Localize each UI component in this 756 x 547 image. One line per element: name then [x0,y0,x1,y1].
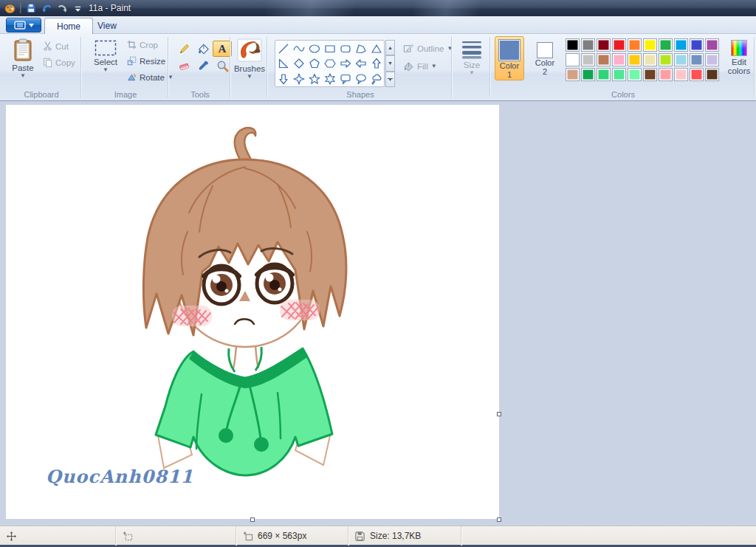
crop-button[interactable]: Crop [127,40,158,49]
select-button[interactable]: Select ▼ [89,40,123,72]
palette-swatch[interactable] [566,68,580,81]
canvas-resize-handle-corner[interactable] [497,517,501,522]
palette-swatch[interactable] [597,68,611,81]
shape-six-point-star-icon[interactable] [323,72,338,87]
palette-swatch[interactable] [705,38,719,52]
resize-button[interactable]: Resize [127,56,165,66]
palette-swatch[interactable] [690,68,704,81]
palette-swatch[interactable] [643,53,657,66]
shape-up-arrow-icon[interactable] [369,56,385,72]
group-label-clipboard: Clipboard [1,90,81,99]
palette-swatch[interactable] [628,53,642,66]
palette-swatch[interactable] [566,38,580,52]
shape-rectangle-icon[interactable] [323,41,338,57]
shape-polygon-icon[interactable] [354,41,369,57]
cut-button[interactable]: Cut [43,41,69,51]
palette-swatch[interactable] [612,68,626,81]
line-size-icon [461,40,482,59]
shape-right-triangle-icon[interactable] [276,56,292,72]
rotate-button[interactable]: Rotate ▼ [127,72,173,82]
save-button[interactable] [24,1,38,15]
palette-swatch[interactable] [612,38,626,52]
shape-down-arrow-icon[interactable] [276,72,292,87]
canvas-resize-handle-bottom[interactable] [250,517,255,522]
palette-swatch[interactable] [659,53,673,66]
undo-button[interactable] [40,1,53,15]
shape-rounded-rectangle-icon[interactable] [338,41,354,57]
shapes-scroll-up-button[interactable]: ▲ [385,40,395,55]
palette-swatch[interactable] [705,68,719,81]
palette-swatch[interactable] [581,68,595,81]
shape-oval-icon[interactable] [307,41,323,57]
shape-hexagon-icon[interactable] [323,56,338,72]
group-size: Size ▼ [453,34,490,100]
shape-line-icon[interactable] [276,41,292,57]
palette-swatch[interactable] [659,38,673,52]
canvas-resize-handle-right[interactable] [497,412,501,416]
shape-pentagon-icon[interactable] [307,56,323,72]
aero-glass-streak [266,0,354,16]
chevron-down-icon: ▼ [247,75,252,79]
palette-swatch[interactable] [643,68,657,81]
shape-rounded-callout-icon[interactable] [338,72,354,87]
color1-button[interactable]: Color 1 [495,36,524,80]
palette-swatch[interactable] [690,38,704,52]
magnifier-tool-button[interactable] [213,58,232,74]
pencil-tool-button[interactable] [174,41,193,57]
qat-separator [20,3,21,13]
eraser-tool-button[interactable] [174,58,193,74]
redo-button[interactable] [55,1,69,15]
chevron-down-icon: ▼ [469,71,475,75]
text-tool-button[interactable]: A [213,41,232,57]
palette-swatch[interactable] [581,53,595,66]
palette-swatch[interactable] [597,38,611,52]
paint-logo-icon [3,1,16,15]
eyedropper-icon [197,60,210,72]
shape-diamond-icon[interactable] [292,56,307,72]
shape-curve-icon[interactable] [292,41,307,57]
color1-swatch [498,39,520,61]
drawing-canvas[interactable]: QuocAnh0811 [6,105,499,519]
file-size-pane: Size: 13,7KB [348,526,461,546]
palette-swatch[interactable] [674,38,688,52]
magnifier-icon [216,60,229,72]
menu-list-icon [14,21,26,30]
cursor-position-pane [0,526,116,546]
palette-swatch[interactable] [566,53,580,66]
group-clipboard: Paste ▼ Cut Copy Clipboard [1,34,81,100]
fill-icon [403,61,414,72]
tab-view[interactable]: View [86,18,128,34]
customize-qat-dropdown-icon[interactable] [71,1,84,15]
palette-swatch[interactable] [690,53,704,66]
palette-swatch[interactable] [628,68,642,81]
fill-button[interactable]: Fill ▼ [403,61,437,72]
shape-four-point-star-icon[interactable] [292,72,307,87]
shape-five-point-star-icon[interactable] [307,72,323,87]
palette-swatch[interactable] [597,53,611,66]
shapes-scroll-down-button[interactable]: ▼ [385,55,395,71]
shape-oval-callout-icon[interactable] [354,72,369,87]
copy-button[interactable]: Copy [43,58,75,67]
size-button[interactable]: Size ▼ [457,40,487,75]
palette-swatch[interactable] [674,53,688,66]
application-menu-button[interactable] [6,18,41,32]
palette-swatch[interactable] [581,38,595,52]
brushes-button[interactable]: Brushes ▼ [233,38,266,79]
paste-button[interactable]: Paste ▼ [7,38,38,78]
edit-colors-button[interactable]: Edit colors [725,40,753,75]
shape-left-arrow-icon[interactable] [354,56,369,72]
color-picker-tool-button[interactable] [193,58,213,74]
palette-swatch[interactable] [628,38,642,52]
shapes-more-button[interactable]: ▼ [385,72,395,87]
palette-swatch[interactable] [705,53,719,66]
palette-swatch[interactable] [643,38,657,52]
shape-cloud-callout-icon[interactable] [369,72,385,87]
fill-with-color-tool-button[interactable] [193,41,213,57]
outline-button[interactable]: Outline ▼ [403,43,453,54]
palette-swatch[interactable] [659,68,673,81]
shape-triangle-icon[interactable] [369,41,385,57]
shape-right-arrow-icon[interactable] [338,56,354,72]
palette-swatch[interactable] [674,68,688,81]
color2-button[interactable]: Color 2 [530,36,560,78]
palette-swatch[interactable] [612,53,626,66]
